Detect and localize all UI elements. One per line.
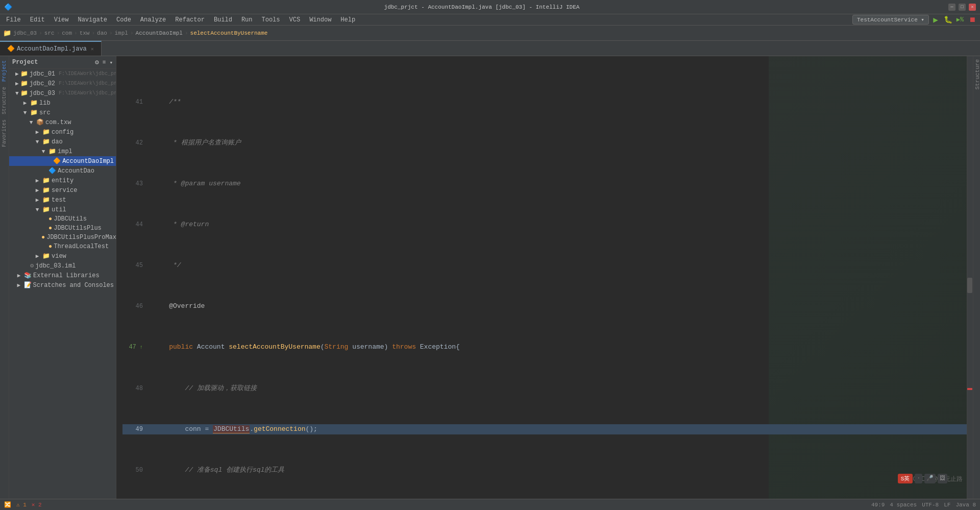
window-controls: — □ ✕ (948, 4, 976, 11)
structure-tab[interactable]: Structure (973, 56, 980, 92)
menu-refactor[interactable]: Refactor (171, 15, 209, 25)
ime-img: 🖼 (938, 474, 947, 483)
code-line-46: 46 @Override (122, 301, 973, 311)
menu-tools[interactable]: Tools (258, 15, 284, 25)
menu-edit[interactable]: Edit (26, 15, 49, 25)
project-collapse-icon[interactable]: ≡ (103, 59, 106, 65)
code-line-42: 42 * 根据用户名查询账户 (122, 138, 973, 148)
tree-item-dao[interactable]: ▼ 📁 dao (9, 137, 116, 147)
status-vcs-icon: 🔀 (4, 501, 11, 508)
tree-item-accountdaoimpl[interactable]: 🔶 AccountDaoImpl (9, 156, 116, 166)
tree-item-src[interactable]: ▼ 📁 src (9, 108, 116, 117)
breadcrumb-impl: impl (115, 30, 128, 36)
run-button[interactable]: ▶ (930, 14, 941, 26)
scrollbar-vertical[interactable] (967, 56, 973, 499)
tree-item-impl[interactable]: ▼ 📁 impl (9, 147, 116, 156)
breadcrumb-accountdaoimpl: AccountDaoImpl (136, 30, 183, 36)
menu-window[interactable]: Window (305, 15, 335, 25)
tree-item-external-libraries[interactable]: ▶ 📚 External Libraries (9, 271, 116, 280)
code-line-50: 50 // 准备sql 创建执行sql的工具 (122, 465, 973, 475)
minimize-button[interactable]: — (948, 4, 955, 11)
code-line-48: 48 // 加载驱动，获取链接 (122, 383, 973, 394)
breadcrumb-src: src (44, 30, 55, 36)
project-label: Project (12, 59, 38, 66)
project-options-icon[interactable]: ▾ (109, 59, 113, 66)
menu-analyze[interactable]: Analyze (136, 15, 170, 25)
left-vertical-tabs: Project Structure Favorites (0, 56, 9, 499)
line-number: 41 (122, 97, 147, 107)
tree-item-util[interactable]: ▼ 📁 util (9, 205, 116, 214)
status-bar: 🔀 ⚠ 1 ✕ 2 49:9 4 spaces UTF-8 LF Java 8 (0, 499, 980, 510)
tab-accountdaoimpl[interactable]: 🔶 AccountDaoImpl.java ✕ (0, 41, 102, 56)
ime-indicator: S英 (898, 474, 913, 483)
menu-vcs[interactable]: VCS (285, 15, 305, 25)
stop-button[interactable]: ⏹ (967, 14, 978, 26)
menu-file[interactable]: File (2, 15, 25, 25)
menu-navigate[interactable]: Navigate (74, 15, 111, 25)
tree-item-lib[interactable]: ▶ 📁 lib (9, 98, 116, 108)
line-code: /** (147, 97, 973, 107)
status-line-col: 49:9 (871, 502, 885, 508)
ime-mic: 🎤 (924, 474, 936, 483)
vtab-project[interactable]: Project (1, 58, 8, 84)
close-button[interactable]: ✕ (969, 4, 976, 11)
tree-item-jdbcutilspluspromax[interactable]: ● JDBCUtilsPlusProMax (9, 233, 116, 242)
tree-item-jdbc02[interactable]: ▶ 📁 jdbc_02 F:\IDEAWork\jdbc_projct\... (9, 79, 116, 88)
maximize-button[interactable]: □ (959, 4, 966, 11)
debug-button[interactable]: 🐛 (942, 14, 953, 26)
folder-icon3: 📁 (20, 80, 28, 87)
menu-build[interactable]: Build (210, 15, 236, 25)
status-errors: ✕ 2 (32, 501, 42, 508)
tree-item-service[interactable]: ▶ 📁 service (9, 185, 116, 195)
code-line-41: 41 /** (122, 97, 973, 107)
code-content: 41 /** 42 * 根据用户名查询账户 43 * @param userna… (116, 56, 973, 499)
status-indent: 4 spaces (890, 502, 917, 508)
menu-help[interactable]: Help (336, 15, 359, 25)
tree-item-threadlocaltest[interactable]: ● ThreadLocalTest (9, 242, 116, 251)
code-line-49: 49 conn = JDBCUtils.getConnection(); (122, 424, 973, 434)
tree-item-comtxw[interactable]: ▼ 📦 com.txw (9, 117, 116, 127)
status-warnings: ⚠ 1 (16, 501, 27, 508)
tree-item-jdbc01[interactable]: ▶ 📁 jdbc_01 F:\IDEAWork\jdbc_projct\... (9, 69, 116, 79)
breadcrumb-com: com (62, 30, 72, 36)
code-line-43: 43 * @param username (122, 179, 973, 189)
project-settings-icon[interactable]: ⚙ (95, 58, 99, 66)
tree-item-test[interactable]: ▶ 📁 test (9, 195, 116, 205)
breadcrumb-dao: dao (97, 30, 107, 36)
breadcrumb-method: selectAccountByUsername (190, 30, 268, 36)
vtab-structure[interactable]: Structure (1, 85, 8, 116)
run-config-dropdown[interactable]: TestAccountService ▾ (852, 15, 929, 25)
title-bar: 🔷 jdbc_prjct - AccountDaoImpl.java [jdbc… (0, 0, 980, 14)
editor-area: 41 /** 42 * 根据用户名查询账户 43 * @param userna… (116, 56, 973, 499)
code-area[interactable]: 41 /** 42 * 根据用户名查询账户 43 * @param userna… (116, 56, 973, 499)
app-title: jdbc_prjct - AccountDaoImpl.java [jdbc_0… (15, 4, 948, 10)
tree-item-accountdao[interactable]: 🔷 AccountDao (9, 166, 116, 176)
breadcrumb-txw: txw (80, 30, 90, 36)
code-line-47: 47 ↑ public Account selectAccountByUsern… (122, 342, 973, 353)
scroll-thumb[interactable] (967, 278, 972, 293)
status-encoding: UTF-8 (922, 502, 939, 508)
tree-item-view[interactable]: ▶ 📁 view (9, 251, 116, 261)
breadcrumb-jdbc03: jdbc_03 (13, 30, 37, 36)
project-panel: Project ⚙ ≡ ▾ ▶ 📁 jdbc_01 F:\IDEAWork\jd… (9, 56, 116, 499)
run-coverage-button[interactable]: ▶% (954, 14, 966, 26)
tree-item-entity[interactable]: ▶ 📁 entity (9, 176, 116, 185)
main-layout: Project Structure Favorites Project ⚙ ≡ … (0, 56, 980, 499)
code-line-44: 44 * @return (122, 220, 973, 230)
menu-bar: File Edit View Navigate Code Analyze Ref… (0, 14, 980, 26)
tree-item-jdbcutils[interactable]: ● JDBCUtils (9, 214, 116, 224)
tab-close-button[interactable]: ✕ (91, 46, 94, 52)
menu-run[interactable]: Run (237, 15, 257, 25)
folder-icon: ▶ (15, 70, 19, 77)
vtab-favorites[interactable]: Favorites (1, 117, 8, 149)
tree-item-config[interactable]: ▶ 📁 config (9, 127, 116, 137)
tree-item-jdbc03[interactable]: ▼ 📁 jdbc_03 F:\IDEAWork\jdbc_projct\... (9, 88, 116, 98)
tree-item-jdbcutilsplus[interactable]: ● JDBCUtilsPlus (9, 224, 116, 233)
menu-code[interactable]: Code (112, 15, 135, 25)
menu-view[interactable]: View (50, 15, 73, 25)
tree-item-jdbc03iml[interactable]: ⚙ jdbc_03.iml (9, 261, 116, 271)
folder-icon: ▶ (15, 80, 19, 87)
tree-item-scratches[interactable]: ▶ 📝 Scratches and Consoles (9, 280, 116, 290)
folder-icon4: 📁 (20, 89, 28, 97)
expand-icon: ▼ (15, 90, 19, 96)
